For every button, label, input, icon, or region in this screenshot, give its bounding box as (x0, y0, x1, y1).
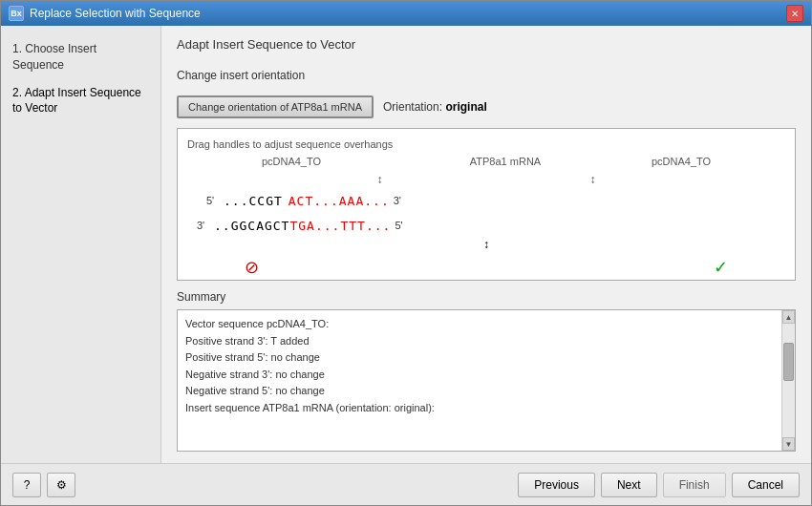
summary-box: Vector sequence pcDNA4_TO: Positive stra… (177, 309, 796, 452)
arrow-center-bot: ↕ (483, 238, 489, 251)
summary-title: Summary (177, 290, 796, 304)
sidebar-item-step1: 1. Choose Insert Sequence (12, 41, 149, 74)
close-button[interactable]: ✕ (786, 5, 803, 22)
summary-section: Summary Vector sequence pcDNA4_TO: Posit… (177, 290, 796, 452)
sidebar: 1. Choose Insert Sequence 2. Adapt Inser… (1, 26, 161, 463)
prime-3-top: 3' (394, 195, 411, 206)
seq-bot-black: ..GGCAGCT (214, 219, 289, 233)
handle-arrow-center: ↕ (187, 238, 785, 251)
arrow-left-top: ↕ (377, 173, 383, 186)
label-pcdna-right: pcDNA4_TO (652, 156, 711, 167)
finish-button[interactable]: Finish (663, 473, 726, 497)
main-window: Bx Replace Selection with Sequence ✕ 1. … (0, 0, 812, 506)
titlebar: Bx Replace Selection with Sequence ✕ (1, 1, 811, 26)
titlebar-left: Bx Replace Selection with Sequence (9, 6, 201, 21)
seq-top-black: ...CCGT (224, 194, 283, 208)
footer: ? ⚙ Previous Next Finish Cancel (1, 463, 811, 505)
prime-5-bot: 5' (395, 220, 412, 231)
handle-arrows-top: ↕ ↕ (187, 173, 785, 186)
summary-line-3: Negative strand 3': no change (185, 367, 774, 384)
help-button[interactable]: ? (12, 473, 41, 497)
window-title: Replace Selection with Sequence (30, 7, 201, 20)
summary-line-2: Positive strand 5': no change (185, 349, 774, 367)
no-icon: ⊘ (245, 257, 259, 278)
seq-top-row: 5' ...CCGT ACT...AAA... 3' (187, 190, 785, 211)
seq-bot-row: 3' ..GGCAGCT TGA...TTT... 5' (187, 215, 785, 236)
app-icon: Bx (9, 6, 24, 21)
orientation-row: Change orientation of ATP8a1 mRNA Orient… (177, 95, 796, 118)
scrollbar-thumb[interactable] (783, 343, 794, 381)
cancel-button[interactable]: Cancel (732, 473, 800, 497)
seq-top-red: ACT...AAA... (288, 194, 390, 208)
yes-icon: ✓ (714, 257, 728, 278)
label-pcdna-left: pcDNA4_TO (262, 156, 321, 167)
icons-row: ⊘ ✓ (187, 257, 785, 278)
sequence-box: Drag handles to adjust sequence overhang… (177, 128, 796, 281)
next-button[interactable]: Next (601, 473, 657, 497)
previous-button[interactable]: Previous (518, 473, 595, 497)
summary-line-4: Negative strand 5': no change (185, 383, 774, 400)
drag-label: Drag handles to adjust sequence overhang… (187, 138, 785, 150)
orientation-section: Change insert orientation Change orienta… (177, 69, 796, 118)
arrow-right-top: ↕ (590, 173, 596, 186)
summary-line-1: Positive strand 3': T added (185, 333, 774, 350)
change-orientation-button[interactable]: Change orientation of ATP8a1 mRNA (177, 95, 374, 118)
section-title: Adapt Insert Sequence to Vector (177, 37, 796, 52)
scrollbar-up-btn[interactable]: ▲ (782, 310, 795, 324)
footer-right: Previous Next Finish Cancel (518, 473, 800, 497)
main-panel: Adapt Insert Sequence to Vector Change i… (161, 26, 811, 463)
content-area: 1. Choose Insert Sequence 2. Adapt Inser… (1, 26, 811, 463)
sequence-labels-row: pcDNA4_TO ATP8a1 mRNA pcDNA4_TO (187, 156, 785, 167)
orientation-label: Change insert orientation (177, 69, 796, 82)
seq-bot-red: TGA...TTT... (289, 219, 391, 233)
prime-3-bot: 3' (197, 220, 214, 231)
summary-line-0: Vector sequence pcDNA4_TO: (185, 316, 774, 333)
summary-text: Vector sequence pcDNA4_TO: Positive stra… (178, 310, 781, 451)
label-atp: ATP8a1 mRNA (470, 156, 541, 167)
prime-5-top: 5' (206, 195, 224, 206)
settings-icon: ⚙ (56, 478, 67, 492)
settings-button[interactable]: ⚙ (47, 473, 75, 497)
scrollbar-track (782, 324, 795, 437)
scrollbar-down-btn[interactable]: ▼ (782, 437, 795, 451)
footer-left: ? ⚙ (12, 473, 75, 497)
sidebar-item-step2: 2. Adapt Insert Sequence to Vector (12, 85, 149, 117)
summary-line-6: Insert sequence ATP8a1 mRNA (orientation… (185, 400, 774, 417)
summary-scrollbar[interactable]: ▲ ▼ (781, 310, 795, 451)
orientation-text: Orientation: original (383, 100, 487, 114)
